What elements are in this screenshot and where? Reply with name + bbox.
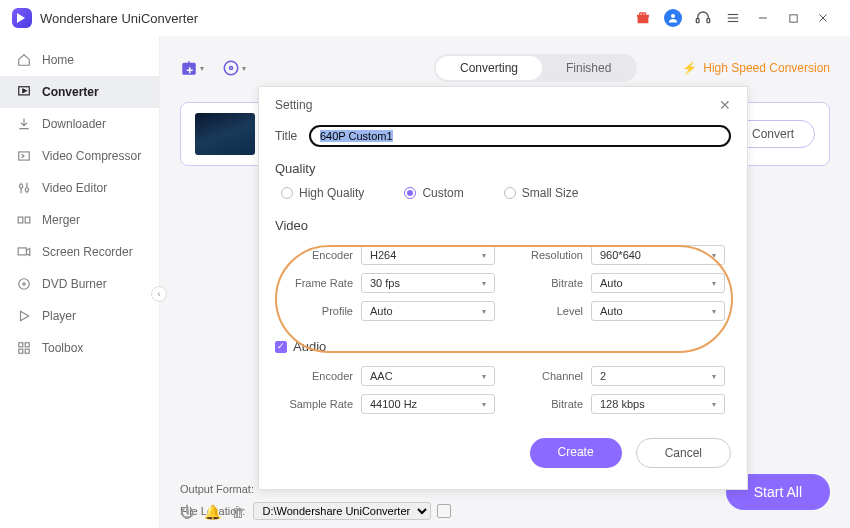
audio-samplerate-select[interactable]: 44100 Hz▾ [361, 394, 495, 414]
svg-rect-2 [707, 19, 710, 23]
svg-rect-15 [18, 217, 23, 223]
chevron-down-icon: ▾ [712, 251, 716, 260]
chevron-down-icon: ▾ [482, 400, 486, 409]
gift-icon[interactable] [634, 9, 652, 27]
chevron-down-icon: ▾ [242, 64, 246, 73]
audio-samplerate-label: Sample Rate [281, 398, 353, 410]
svg-rect-24 [25, 349, 29, 353]
video-resolution-label: Resolution [511, 249, 583, 261]
sidebar-item-editor[interactable]: Video Editor [0, 172, 159, 204]
chevron-down-icon: ▾ [712, 307, 716, 316]
file-location-select[interactable]: D:\Wondershare UniConverter [253, 502, 431, 520]
chevron-down-icon: ▾ [482, 279, 486, 288]
sidebar-label: Toolbox [42, 341, 83, 355]
toolbar: ▾ ▾ Converting Finished ⚡High Speed Conv… [180, 48, 830, 88]
svg-rect-22 [25, 343, 29, 347]
menu-icon[interactable] [724, 9, 742, 27]
sidebar-item-home[interactable]: Home [0, 44, 159, 76]
merger-icon [16, 212, 32, 228]
dvd-icon [16, 276, 32, 292]
titlebar: Wondershare UniConverter [0, 0, 850, 36]
sidebar-label: Player [42, 309, 76, 323]
video-profile-label: Profile [281, 305, 353, 317]
quality-small-radio[interactable]: Small Size [504, 186, 579, 200]
sidebar-label: Video Editor [42, 181, 107, 195]
video-encoder-label: Encoder [281, 249, 353, 261]
chevron-down-icon: ▾ [482, 372, 486, 381]
sidebar-label: DVD Burner [42, 277, 107, 291]
video-level-select[interactable]: Auto▾ [591, 301, 725, 321]
editor-icon [16, 180, 32, 196]
sidebar-item-toolbox[interactable]: Toolbox [0, 332, 159, 364]
quality-custom-radio[interactable]: Custom [404, 186, 463, 200]
title-label: Title [275, 129, 303, 143]
support-icon[interactable] [694, 9, 712, 27]
high-speed-label[interactable]: ⚡High Speed Conversion [682, 61, 830, 75]
sidebar-item-compressor[interactable]: Video Compressor [0, 140, 159, 172]
sidebar-item-downloader[interactable]: Downloader [0, 108, 159, 140]
user-avatar-icon[interactable] [664, 9, 682, 27]
sidebar-item-dvd[interactable]: DVD Burner [0, 268, 159, 300]
sidebar-item-merger[interactable]: Merger [0, 204, 159, 236]
video-section-label: Video [275, 218, 731, 233]
video-thumbnail[interactable] [195, 113, 255, 155]
chevron-down-icon: ▾ [482, 307, 486, 316]
video-profile-select[interactable]: Auto▾ [361, 301, 495, 321]
notify-icon[interactable]: 🔔 [204, 504, 221, 520]
output-format-label: Output Format: [180, 483, 254, 495]
modal-title: Setting [275, 98, 312, 112]
tab-finished[interactable]: Finished [542, 56, 635, 80]
shutdown-icon[interactable]: ⏻ [180, 504, 194, 520]
svg-rect-23 [19, 349, 23, 353]
maximize-button[interactable] [784, 9, 802, 27]
quality-high-radio[interactable]: High Quality [281, 186, 364, 200]
svg-marker-11 [23, 89, 26, 93]
cancel-button[interactable]: Cancel [636, 438, 731, 468]
audio-checkbox[interactable] [275, 341, 287, 353]
chevron-down-icon: ▾ [712, 372, 716, 381]
player-icon [16, 308, 32, 324]
svg-rect-16 [25, 217, 30, 223]
add-file-button[interactable]: ▾ [180, 56, 204, 80]
audio-bitrate-select[interactable]: 128 kbps▾ [591, 394, 725, 414]
tabs: Converting Finished [434, 54, 637, 82]
video-encoder-select[interactable]: H264▾ [361, 245, 495, 265]
trash-icon[interactable]: 🗑 [231, 504, 245, 520]
sidebar-label: Screen Recorder [42, 245, 133, 259]
video-bitrate-select[interactable]: Auto▾ [591, 273, 725, 293]
svg-rect-21 [19, 343, 23, 347]
chevron-down-icon: ▾ [200, 64, 204, 73]
title-input[interactable] [309, 125, 731, 147]
close-button[interactable] [814, 9, 832, 27]
video-framerate-select[interactable]: 30 fps▾ [361, 273, 495, 293]
close-icon[interactable]: ✕ [719, 97, 731, 113]
svg-rect-1 [696, 19, 699, 23]
sidebar-label: Home [42, 53, 74, 67]
video-bitrate-label: Bitrate [511, 277, 583, 289]
svg-rect-7 [789, 14, 796, 21]
audio-encoder-label: Encoder [281, 370, 353, 382]
sidebar-item-recorder[interactable]: Screen Recorder [0, 236, 159, 268]
audio-encoder-select[interactable]: AAC▾ [361, 366, 495, 386]
minimize-button[interactable] [754, 9, 772, 27]
create-button[interactable]: Create [530, 438, 622, 468]
app-title: Wondershare UniConverter [40, 11, 198, 26]
svg-point-13 [19, 185, 23, 189]
merge-checkbox[interactable] [437, 504, 451, 518]
audio-section-label: Audio [293, 339, 326, 354]
audio-channel-select[interactable]: 2▾ [591, 366, 725, 386]
compressor-icon [16, 148, 32, 164]
svg-point-0 [671, 14, 675, 18]
home-icon [16, 52, 32, 68]
chevron-down-icon: ▾ [712, 400, 716, 409]
corner-icons: ⏻ 🔔 🗑 [180, 504, 245, 520]
sidebar-item-player[interactable]: Player [0, 300, 159, 332]
svg-marker-20 [21, 311, 29, 320]
tab-converting[interactable]: Converting [436, 56, 542, 80]
add-dvd-button[interactable]: ▾ [222, 56, 246, 80]
video-framerate-label: Frame Rate [281, 277, 353, 289]
quality-section-label: Quality [275, 161, 731, 176]
sidebar-item-converter[interactable]: Converter [0, 76, 159, 108]
video-resolution-select[interactable]: 960*640▾ [591, 245, 725, 265]
audio-channel-label: Channel [511, 370, 583, 382]
